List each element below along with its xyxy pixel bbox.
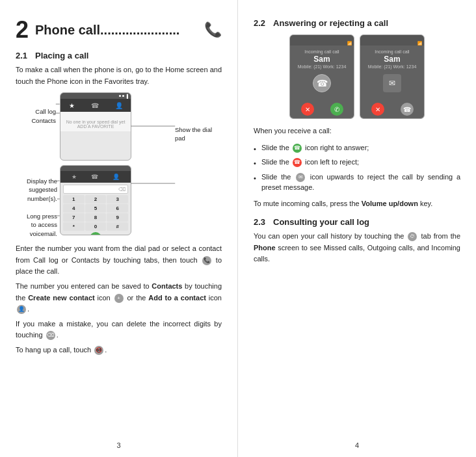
message-reject-icon: ✉ [296,173,305,182]
chapter-header: 2 Phone call...................... 📞 [16,18,222,42]
long-press-label: Long pressto accessvoicemail. [16,212,57,238]
section-2-3-num: 2.3 [254,217,268,227]
section-2-3-header: 2.3 Consulting your call log [254,217,460,227]
add-contact-icon: 👤 [17,305,26,314]
section-2-1-title: Placing a call [35,51,88,60]
reject-btn-2[interactable]: ✕ [371,103,384,116]
display-suggested-label: Display thesuggestednumber(s). [16,177,57,203]
call-place-icon: 📞 [202,256,211,265]
placing-call-intro: To make a call when the phone is on, go … [16,64,222,87]
call-log-description: You can open your call history by touchi… [254,231,460,265]
bullet-answer: • Slide the ☎ icon right to answer; [254,142,460,155]
section-2-2-header: 2.2 Answering or rejecting a call [254,18,460,28]
bullet-2-text: Slide the ☎ icon left to reject; [261,157,359,168]
left-page: 2 Phone call...................... 📞 2.1… [0,0,238,457]
reject-icon: ☎ [293,158,302,167]
incoming-call-screen-1: 📶 Incoming call call Sam Mobile: (21) Wo… [289,34,354,119]
delete-icon: ⌫ [46,331,55,340]
bullet-3-text: Slide the ✉ icon upwards to reject the c… [261,172,460,193]
section-2-3-title: Consulting your call log [273,217,369,227]
right-page-number: 4 [355,441,359,449]
phone-icon: 📞 [204,21,222,38]
answer-icon: ☎ [293,144,302,153]
incoming-name-1: Sam [313,55,330,64]
right-page: 2.2 Answering or rejecting a call 📶 Inco… [238,0,476,457]
bullet-1-text: Slide the ☎ icon right to answer; [261,142,369,153]
answer-reject-row-1: ✕ ✆ [293,103,351,116]
hangup-icon: 📵 [94,346,103,355]
answer-reject-bullets: • Slide the ☎ icon right to answer; • Sl… [254,142,460,193]
mute-text: To mute incoming calls, press the Volume… [254,198,460,210]
caller-avatar-1: ☎ [313,74,331,92]
when-receive-text: When you receive a call: [254,125,460,137]
create-contact-icon: + [114,294,124,303]
bullet-dot-3: • [254,173,259,184]
bullet-dot-1: • [254,144,259,155]
phone-app-label: Phone [254,244,276,252]
message-icon-2: ✉ [383,74,401,92]
reject-btn-1[interactable]: ✕ [301,103,314,116]
incoming-call-screenshots: 📶 Incoming call call Sam Mobile: (21) Wo… [254,34,460,119]
bullet-reject: • Slide the ☎ icon left to reject; [254,157,460,169]
placing-call-screenshots: Call log Contacts Show the dialpad ▐ ★ ☎ [16,92,222,235]
section-2-2-num: 2.2 [254,18,268,28]
chapter-number: 2 [16,18,29,42]
incoming-name-2: Sam [384,55,400,64]
incoming-label-2: Incoming call call [375,49,409,54]
bullet-message: • Slide the ✉ icon upwards to reject the… [254,172,460,193]
left-page-number: 3 [116,441,120,449]
section-2-2-title: Answering or rejecting a call [273,18,388,28]
section-2-1-num: 2.1 [16,51,30,60]
show-dial-pad-label: Show the dialpad [175,126,222,142]
call-log-label: Call log [16,108,56,116]
incoming-info-1: Mobile: (21) Work: 1234 [298,64,347,69]
volume-key-label: Volume up/down [362,200,418,207]
answer-btn-1[interactable]: ✆ [330,103,343,116]
contacts-label: Contacts [16,117,56,125]
section-2-1-header: 2.1 Placing a call [16,51,222,60]
chapter-title: Phone call...................... [35,23,200,38]
bottom-instructions: Enter the number you want from the dial … [16,243,222,356]
incoming-call-screen-2: 📶 Incoming call call Sam Mobile: (21) Wo… [360,34,425,119]
bullet-dot-2: • [254,158,259,169]
call-history-tab-icon: ⏱ [408,232,417,241]
hangup-btn-2[interactable]: ☎ [401,103,414,116]
answer-reject-row-2: ✕ ☎ [363,103,421,116]
incoming-info-2: Mobile: (21) Work: 1234 [368,64,417,69]
incoming-label-1: Incoming call call [304,49,339,54]
